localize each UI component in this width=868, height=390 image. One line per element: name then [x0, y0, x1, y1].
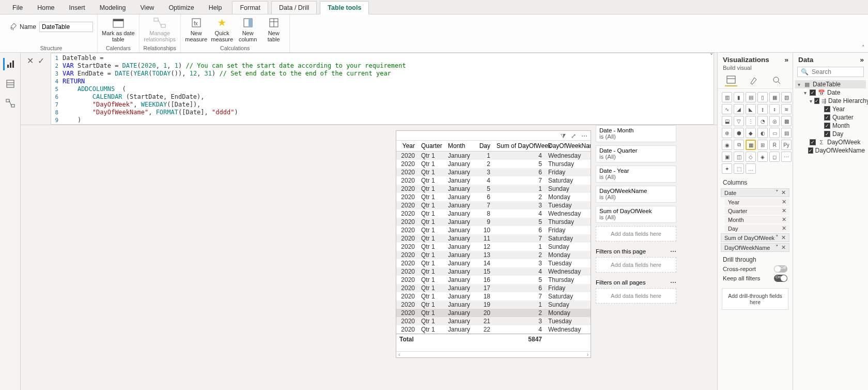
field-checkbox[interactable]: ✓ — [810, 139, 816, 145]
remove-field-icon[interactable]: ✕ — [781, 207, 787, 214]
tree-node[interactable]: ✓Quarter — [795, 113, 866, 122]
menu-tab-home[interactable]: Home — [30, 2, 61, 14]
menu-tab-modeling[interactable]: Modeling — [92, 2, 133, 14]
formula-commit-icon[interactable]: ✓ — [38, 56, 44, 66]
viz-filled-map-icon[interactable]: ⬢ — [734, 128, 744, 138]
field-search-input[interactable]: 🔍 Search — [797, 67, 864, 77]
viz-funnel-icon[interactable]: ▽ — [734, 116, 744, 126]
viz-clustered-column-icon[interactable]: ▯ — [757, 92, 768, 102]
remove-field-icon[interactable]: ✕ — [780, 244, 787, 250]
quick-measure-button[interactable]: Quick measure — [211, 16, 234, 42]
formula-cancel-icon[interactable]: ✕ — [27, 56, 34, 66]
table-row[interactable]: 2020Qtr 1January154Wednesday — [396, 267, 591, 276]
format-tab-icon[interactable] — [748, 74, 760, 86]
viz-line-stacked-column-icon[interactable]: ⫿ — [757, 104, 768, 114]
field-subslot[interactable]: Day✕ — [725, 224, 789, 232]
viz-stacked-area-icon[interactable]: ◣ — [746, 104, 756, 114]
viz-key-influencers-icon[interactable]: ▣ — [722, 152, 732, 162]
col-day[interactable]: Day — [475, 141, 493, 152]
table-row[interactable]: 2020Qtr 1January106Friday — [396, 226, 591, 234]
table-row[interactable]: 2020Qtr 1January51Sunday — [396, 185, 591, 193]
field-checkbox[interactable]: ✓ — [824, 123, 830, 129]
table-row[interactable]: 2020Qtr 1January176Friday — [396, 284, 591, 292]
code-text[interactable]: DateTable = VAR StartDate = DATE(2020, 1… — [59, 53, 408, 124]
table-row[interactable]: 2020Qtr 1January84Wednesday — [396, 209, 591, 218]
viz-metrics-icon[interactable]: ◻ — [769, 152, 780, 162]
filter-card[interactable]: Date - Monthis (All) — [596, 125, 676, 142]
tree-node[interactable]: ✓DayOfWeekName — [795, 146, 866, 155]
more-icon[interactable]: ⋯ — [670, 279, 676, 286]
field-checkbox[interactable]: ✓ — [824, 131, 830, 137]
menu-tab-data-drill[interactable]: Data / Drill — [271, 1, 317, 14]
build-fields-tab-icon[interactable] — [725, 74, 737, 86]
viz-multi-row-card-icon[interactable]: ▤ — [781, 128, 792, 138]
filter-drop-well[interactable]: Add data fields here — [596, 257, 676, 273]
table-row[interactable]: 2020Qtr 1January95Thursday — [396, 218, 591, 226]
col-quarter[interactable]: Quarter — [418, 141, 445, 152]
field-checkbox[interactable]: ✓ — [814, 98, 819, 104]
chevron-icon[interactable]: ▾ — [810, 98, 812, 104]
viz-100-stacked-column-icon[interactable]: ▧ — [781, 92, 792, 102]
cross-report-toggle[interactable]: Off — [774, 265, 787, 273]
viz-qa-icon[interactable]: ◇ — [746, 152, 756, 162]
col-sum-of-dayofweek[interactable]: Sum of DayOfWeek — [493, 141, 545, 152]
tree-node[interactable]: ✓Day — [795, 130, 866, 138]
table-row[interactable]: 2020Qtr 1January25Thursday — [396, 160, 591, 168]
tree-node[interactable]: ✓Year — [795, 105, 866, 113]
viz-arcgis-icon[interactable]: ✦ — [722, 163, 732, 174]
table-row[interactable]: 2020Qtr 1January187Saturday — [396, 292, 591, 301]
filter-card[interactable]: Sum of DayOfWeekis (All) — [596, 206, 676, 223]
more-options-icon[interactable]: ⋯ — [581, 132, 587, 140]
viz-donut-icon[interactable]: ◎ — [769, 116, 780, 126]
field-slot[interactable]: Date˅ ✕ — [721, 188, 789, 197]
viz-stacked-column-icon[interactable]: ▮ — [734, 92, 744, 102]
report-view-icon[interactable] — [3, 58, 16, 70]
col-year[interactable]: Year — [396, 141, 418, 152]
remove-field-icon[interactable]: ✕ — [780, 189, 787, 196]
new-measure-button[interactable]: fx New measure — [185, 16, 208, 42]
table-name-input[interactable] — [39, 22, 93, 32]
viz-ribbon-icon[interactable]: ≋ — [781, 104, 792, 114]
viz-map-icon[interactable]: ⊕ — [722, 128, 732, 138]
collapse-data-pane-icon[interactable]: » — [860, 56, 864, 64]
field-slot[interactable]: Sum of DayOfWeek˅ ✕ — [721, 233, 789, 242]
h-scrollbar[interactable]: ‹› — [396, 351, 591, 357]
field-slot[interactable]: DayOfWeekName˅ ✕ — [721, 243, 789, 252]
viz-smart-narrative-icon[interactable]: ◈ — [757, 152, 768, 162]
model-view-icon[interactable] — [4, 97, 17, 110]
table-row[interactable]: 2020Qtr 1January202Monday — [396, 309, 591, 317]
viz-line-clustered-column-icon[interactable]: ⫾ — [769, 104, 780, 114]
field-subslot[interactable]: Quarter✕ — [725, 207, 789, 215]
menu-tab-help[interactable]: Help — [202, 2, 229, 14]
tree-node[interactable]: ▾▦DateTable — [795, 80, 866, 88]
viz-azure-map-icon[interactable]: ◆ — [746, 128, 756, 138]
table-row[interactable]: 2020Qtr 1January117Saturday — [396, 234, 591, 243]
new-column-button[interactable]: New column — [237, 16, 259, 42]
viz-slicer-icon[interactable]: ⧉ — [734, 140, 744, 150]
table-row[interactable]: 2020Qtr 1January36Friday — [396, 168, 591, 176]
tree-node[interactable]: ✓ΣDayOfWeek — [795, 138, 866, 146]
table-header-row[interactable]: YearQuarterMonthDaySum of DayOfWeekDayOf… — [396, 141, 591, 152]
viz-power-apps-icon[interactable]: ⬚ — [734, 163, 744, 174]
field-checkbox[interactable]: ✓ — [824, 114, 830, 121]
menu-tab-table-tools[interactable]: Table tools — [320, 1, 369, 14]
analytics-tab-icon[interactable] — [770, 74, 783, 86]
new-table-button[interactable]: New table — [262, 16, 285, 42]
viz-decomposition-icon[interactable]: ◫ — [734, 152, 744, 162]
viz-area-icon[interactable]: ◢ — [734, 104, 744, 114]
filter-card[interactable]: DayOfWeekNameis (All) — [596, 186, 676, 203]
viz-gauge-icon[interactable]: ◐ — [757, 128, 768, 138]
viz-stacked-bar-icon[interactable]: ▥ — [722, 92, 732, 102]
keep-all-filters-toggle[interactable]: On — [774, 275, 787, 282]
remove-field-icon[interactable]: ✕ — [780, 234, 787, 241]
col-month[interactable]: Month — [445, 141, 475, 152]
table-row[interactable]: 2020Qtr 1January14Wednesday — [396, 152, 591, 160]
viz-100-stacked-bar-icon[interactable]: ▦ — [769, 92, 780, 102]
menu-tab-format[interactable]: Format — [232, 1, 268, 14]
viz-table-icon[interactable]: ▦ — [746, 140, 756, 150]
tree-node[interactable]: ▾✓⇶Date Hierarchy — [795, 97, 866, 105]
viz-py-script-icon[interactable]: Py — [781, 140, 792, 150]
focus-mode-icon[interactable]: ⤢ — [571, 132, 576, 140]
filter-card[interactable]: Date - Yearis (All) — [596, 166, 676, 183]
drill-through-well[interactable]: Add drill-through fields here — [722, 288, 788, 310]
